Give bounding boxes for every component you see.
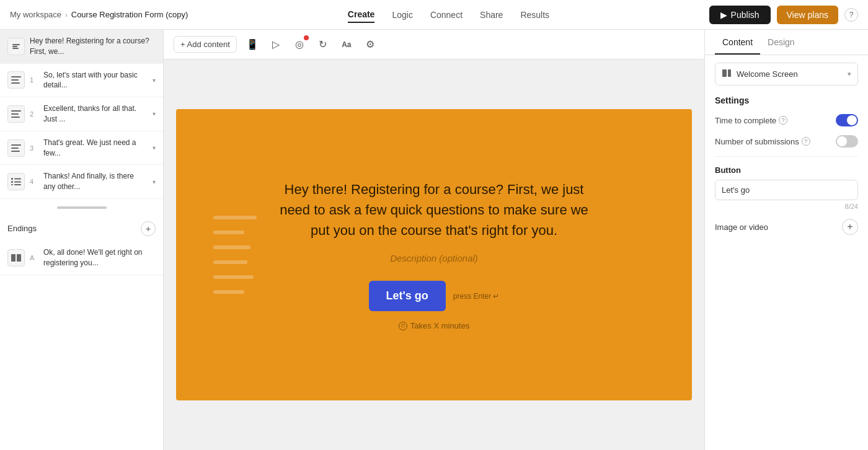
- welcome-screen-selector[interactable]: Welcome Screen ▾: [715, 63, 858, 86]
- canvas-description-placeholder[interactable]: Description (optional): [273, 253, 595, 263]
- right-panel-tabs: Content Design: [705, 30, 868, 55]
- view-plans-button[interactable]: View plans: [777, 6, 838, 24]
- settings-divider: [715, 156, 858, 157]
- clock-icon: ⏱: [399, 322, 407, 330]
- image-video-section: Image or video +: [715, 219, 858, 235]
- right-panel-body: Welcome Screen ▾ Settings Time to comple…: [705, 55, 868, 242]
- button-section-title: Button: [715, 165, 858, 175]
- svg-rect-5: [11, 82, 20, 84]
- time-to-complete-info[interactable]: ?: [779, 116, 787, 125]
- form-name: Course Registration Form (copy): [71, 10, 188, 19]
- sidebar-question-1[interactable]: 1 So, let's start with your basic detail…: [0, 64, 163, 98]
- svg-rect-8: [11, 117, 20, 118]
- q1-text: So, let's start with your basic detail..…: [43, 70, 148, 91]
- nav-results[interactable]: Results: [520, 7, 549, 22]
- time-to-complete-label: Time to complete ?: [715, 116, 787, 125]
- add-ending-button[interactable]: +: [141, 221, 156, 236]
- deco-line-6: [213, 290, 244, 294]
- q4-text: Thanks! And finally, is there any other.…: [43, 171, 148, 192]
- badge-indicator: [304, 35, 309, 40]
- play-icon[interactable]: ▷: [268, 37, 284, 53]
- takes-minutes-text: Takes X minutes: [410, 321, 469, 330]
- q3-text: That's great. We just need a few...: [43, 138, 148, 159]
- q3-chevron[interactable]: ▾: [153, 144, 156, 151]
- workspace-link[interactable]: My workspace: [10, 10, 61, 19]
- endings-label: Endings: [7, 224, 37, 233]
- sidebar-ending-a[interactable]: A Ok, all done! We'll get right on regis…: [0, 241, 163, 275]
- canvas-main-text: Hey there! Registering for a course? Fir…: [273, 179, 595, 240]
- svg-rect-21: [728, 69, 731, 77]
- q1-num: 1: [30, 76, 38, 84]
- q2-chevron[interactable]: ▾: [153, 110, 156, 117]
- q2-icon: [7, 105, 25, 123]
- sidebar-question-2[interactable]: 2 Excellent, thanks for all that. Just .…: [0, 97, 163, 131]
- q2-num: 2: [30, 110, 38, 118]
- tab-design[interactable]: Design: [760, 30, 802, 55]
- q1-icon: [7, 71, 25, 89]
- welcome-item-icon: [7, 38, 25, 55]
- settings-title: Settings: [715, 95, 858, 105]
- number-of-submissions-toggle[interactable]: [836, 135, 858, 148]
- add-image-video-button[interactable]: +: [842, 219, 858, 235]
- nav-connect[interactable]: Connect: [430, 7, 463, 22]
- deco-line-2: [213, 231, 244, 234]
- target-icon[interactable]: ◎: [291, 37, 308, 53]
- svg-rect-7: [11, 113, 19, 115]
- svg-rect-13: [14, 179, 21, 180]
- svg-rect-1: [12, 46, 17, 47]
- q3-num: 3: [30, 144, 38, 152]
- form-canvas: Hey there! Registering for a course? Fir…: [176, 109, 692, 400]
- help-icon[interactable]: ?: [844, 8, 858, 22]
- char-count: 8/24: [715, 203, 858, 210]
- q4-num: 4: [30, 178, 38, 185]
- nav-logic[interactable]: Logic: [392, 7, 412, 22]
- main-area: Hey there! Registering for a course? Fir…: [0, 30, 868, 450]
- ending-icon: [7, 249, 25, 267]
- takes-minutes: ⏱ Takes X minutes: [273, 321, 595, 330]
- nav-create[interactable]: Create: [348, 7, 375, 23]
- sidebar-question-4[interactable]: 4 Thanks! And finally, is there any othe…: [0, 165, 163, 199]
- content-area: + Add content 📱 ▷ ◎ ↻ Aa ⚙: [164, 30, 704, 450]
- nav-center: Create Logic Connect Share Results: [348, 7, 549, 23]
- endings-section: Endings +: [0, 216, 163, 241]
- toggle-knob-1: [847, 115, 857, 125]
- welcome-screen-selector-icon: [722, 68, 732, 80]
- svg-rect-20: [722, 69, 727, 77]
- svg-rect-3: [11, 76, 21, 77]
- ending-letter: A: [30, 254, 38, 262]
- time-to-complete-row: Time to complete ?: [715, 114, 858, 126]
- nav-left: My workspace › Course Registration Form …: [10, 10, 188, 19]
- button-text-input[interactable]: [715, 180, 858, 200]
- time-to-complete-toggle[interactable]: [836, 114, 858, 126]
- image-video-label: Image or video: [715, 223, 768, 232]
- sidebar: Hey there! Registering for a course? Fir…: [0, 30, 164, 450]
- nav-share[interactable]: Share: [480, 7, 503, 22]
- publish-label: Publish: [731, 10, 760, 20]
- q3-icon: [7, 139, 25, 157]
- time-to-complete-text: Time to complete: [715, 116, 776, 125]
- number-of-submissions-info[interactable]: ?: [802, 137, 810, 146]
- ending-text: Ok, all done! We'll get right on registe…: [43, 247, 156, 268]
- welcome-screen-label: Welcome Screen: [737, 69, 843, 79]
- mobile-icon[interactable]: 📱: [244, 37, 260, 53]
- svg-rect-4: [11, 79, 19, 81]
- publish-button[interactable]: ▶ Publish: [709, 6, 771, 24]
- sidebar-question-3[interactable]: 3 That's great. We just need a few... ▾: [0, 131, 163, 165]
- lets-go-button[interactable]: Let's go: [369, 281, 446, 311]
- scroll-indicator: [57, 206, 107, 209]
- add-content-button[interactable]: + Add content: [174, 36, 237, 53]
- toolbar: + Add content 📱 ▷ ◎ ↻ Aa ⚙: [164, 30, 704, 60]
- deco-line-1: [213, 216, 257, 219]
- welcome-item-text: Hey there! Registering for a course? Fir…: [30, 36, 156, 57]
- sidebar-welcome-item[interactable]: Hey there! Registering for a course? Fir…: [0, 30, 163, 64]
- q4-chevron[interactable]: ▾: [153, 179, 156, 185]
- refresh-icon[interactable]: ↻: [315, 37, 331, 53]
- number-of-submissions-label: Number of submissions ?: [715, 137, 810, 146]
- tab-content[interactable]: Content: [715, 30, 760, 55]
- number-of-submissions-text: Number of submissions: [715, 137, 799, 146]
- q1-chevron[interactable]: ▾: [153, 77, 156, 84]
- publish-icon: ▶: [720, 10, 727, 20]
- translate-icon[interactable]: Aa: [339, 37, 355, 53]
- deco-line-4: [213, 260, 247, 264]
- settings-icon[interactable]: ⚙: [362, 37, 378, 53]
